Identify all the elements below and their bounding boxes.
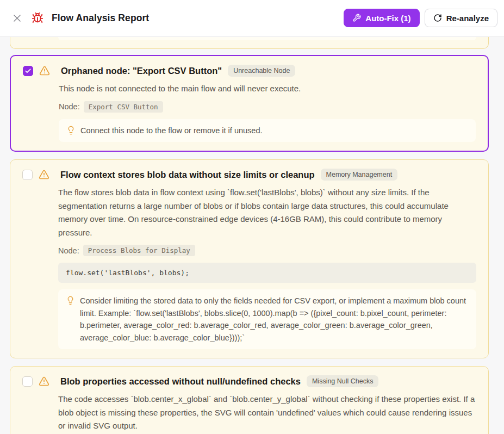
dialog-header: Flow Analysis Report Auto-Fix (1) Re-ana… — [0, 0, 504, 36]
auto-fix-button[interactable]: Auto-Fix (1) — [344, 9, 419, 27]
issue-description: The code accesses `blob.center_x_global`… — [58, 393, 476, 433]
page-title: Flow Analysis Report — [52, 13, 149, 24]
suggestion-box-partial — [58, 37, 476, 40]
wrench-icon — [352, 14, 361, 22]
checkmark-icon — [24, 67, 32, 75]
issue-checkbox[interactable] — [23, 66, 33, 76]
issue-card: Orphaned node: "Export CSV Button" Unrea… — [10, 55, 489, 152]
close-button[interactable] — [11, 12, 23, 24]
issue-card: Flow context stores blob data without si… — [10, 159, 489, 358]
warning-triangle-icon — [39, 169, 49, 180]
issue-checkbox[interactable] — [22, 376, 33, 387]
node-name-chip: Export CSV Button — [84, 101, 163, 113]
warning-triangle-icon — [39, 376, 49, 387]
node-name-chip: Process Blobs for Display — [83, 245, 195, 256]
issue-description: The flow stores blob data in flow contex… — [58, 186, 476, 239]
warning-triangle-icon — [39, 65, 50, 76]
issue-category-badge: Missing Null Checks — [307, 375, 379, 387]
suggestion-text: Connect this node to the flow or remove … — [80, 125, 263, 137]
issue-card: Blob properties accessed without null/un… — [10, 366, 489, 434]
re-analyze-label: Re-analyze — [446, 14, 489, 23]
refresh-icon — [433, 14, 442, 22]
issue-description: This node is not connected to the main f… — [59, 82, 476, 96]
re-analyze-button[interactable]: Re-analyze — [425, 9, 497, 27]
issue-title: Orphaned node: "Export CSV Button" — [61, 66, 222, 76]
suggestion-box: Connect this node to the flow or remove … — [59, 119, 476, 142]
lightbulb-icon — [66, 296, 75, 305]
code-snippet: flow.set('lastBlobs', blobs); — [58, 263, 476, 283]
lightbulb-icon — [66, 126, 76, 135]
auto-fix-label: Auto-Fix (1) — [365, 14, 410, 23]
suggestion-text: Consider limiting the stored data to onl… — [80, 295, 469, 344]
issue-card-partial — [10, 37, 489, 49]
issue-title: Blob properties accessed without null/un… — [60, 376, 301, 387]
node-label: Node: — [59, 102, 80, 111]
issue-category-badge: Unreachable Node — [228, 65, 295, 77]
issues-scroll-area[interactable]: Orphaned node: "Export CSV Button" Unrea… — [0, 36, 504, 434]
issue-checkbox[interactable] — [22, 170, 33, 180]
issue-title: Flow context stores blob data without si… — [60, 170, 315, 180]
close-icon — [12, 13, 22, 23]
suggestion-box: Consider limiting the stored data to onl… — [58, 289, 476, 349]
issue-category-badge: Memory Management — [321, 169, 398, 181]
bug-icon — [32, 12, 43, 24]
node-label: Node: — [58, 246, 79, 255]
